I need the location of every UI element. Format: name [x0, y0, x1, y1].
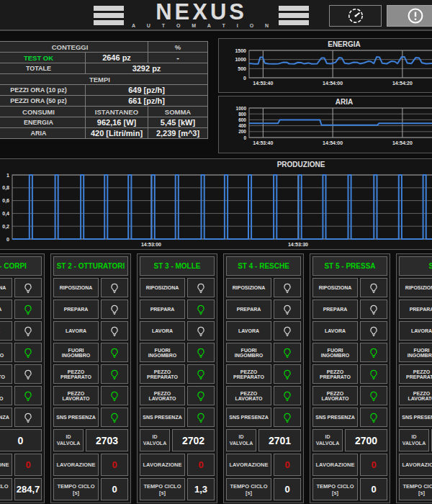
signal-label: SNS PRESENZA — [226, 408, 271, 427]
lavorazione-label: LAVORAZIONE — [53, 454, 99, 476]
bulb-icon — [109, 325, 120, 337]
signal-lamp — [101, 408, 128, 427]
signal-label: PREPARA — [140, 300, 185, 319]
id-valvola-label: ID VALVOLA — [53, 429, 84, 451]
logo-subtitle: A U T O M A T I O N — [129, 23, 274, 28]
signal-lamp — [187, 386, 215, 405]
id-valvola-value: 2701 — [258, 429, 301, 451]
station-title: ST 1 - CORPI — [0, 262, 27, 270]
signal-label: PREPARA — [0, 300, 12, 319]
tempo-ciclo-value: 284,7 — [14, 478, 42, 500]
signal-label: RIPOSIZIONA — [0, 278, 12, 297]
station-title: ST 5 - PRESSA — [324, 262, 375, 270]
bulb-icon — [282, 282, 293, 294]
id-valvola-label: ID VALVOLA — [140, 429, 170, 451]
svg-text:0: 0 — [243, 135, 246, 140]
alert-icon — [406, 6, 425, 25]
lavorazione-value: 0 — [101, 454, 128, 476]
svg-text:0,2: 0,2 — [2, 224, 9, 230]
svg-text:1000: 1000 — [235, 57, 246, 62]
signal-row: PEZZO LAVORATO — [53, 386, 128, 405]
tempo-ciclo-label: TEMPO CICLO [s] — [0, 478, 12, 500]
pezzi-ora-50-value: 661 [pz/h] — [86, 96, 208, 107]
signal-label: FUORI INGOMBRO — [399, 343, 432, 362]
signal-lamp — [101, 386, 128, 405]
istantaneo-header: ISTANTANEO — [86, 107, 148, 117]
bulb-icon — [282, 412, 293, 423]
signal-lamp — [360, 408, 387, 427]
percent-header: % — [148, 42, 208, 53]
signal-lamp — [274, 343, 301, 362]
signal-label: PEZZO LAVORATO — [53, 386, 99, 405]
signal-label: PEZZO PREPARATO — [140, 364, 185, 384]
dashboard-button[interactable] — [329, 5, 382, 27]
svg-text:14:53:00: 14:53:00 — [141, 242, 161, 247]
bulb-icon — [195, 390, 207, 402]
test-ok-value: 2646 pz — [86, 53, 148, 63]
signal-row: FUORI INGOMBRO — [226, 343, 301, 362]
svg-text:800: 800 — [238, 112, 246, 117]
bulb-icon — [109, 304, 120, 315]
alarm-button[interactable] — [387, 5, 432, 27]
signal-lamp — [101, 278, 128, 297]
svg-text:14:54:20: 14:54:20 — [392, 81, 413, 86]
signal-label: FUORI INGOMBRO — [226, 343, 271, 362]
signal-lamp — [14, 408, 42, 427]
bulb-icon — [22, 325, 34, 337]
signal-row: LAVORA — [140, 321, 215, 341]
bulb-icon — [282, 304, 293, 315]
signal-row: SNS PRESENZA — [226, 408, 301, 427]
lavorazione-label: LAVORAZIONE — [140, 454, 185, 476]
signal-lamp — [14, 321, 42, 341]
bulb-icon — [195, 304, 207, 315]
signal-row: FUORI INGOMBRO — [0, 343, 42, 362]
signal-label: PEZZO LAVORATO — [399, 386, 432, 405]
signal-label: LAVORA — [140, 321, 185, 341]
bulb-icon — [22, 282, 34, 294]
signal-row: RIPOSIZIONA — [312, 278, 387, 297]
bulb-icon — [368, 369, 379, 380]
consumi-header: CONSUMI — [0, 107, 86, 117]
signal-label: PREPARA — [226, 300, 271, 319]
station-title: ST 2 - OTTURATORI — [57, 262, 125, 270]
bulb-icon — [195, 412, 207, 423]
station-header: ST 6 — [399, 256, 432, 276]
logo-bars-right-icon — [279, 6, 309, 25]
bulb-icon — [282, 347, 293, 359]
signal-label: LAVORA — [399, 321, 432, 341]
bulb-icon — [368, 304, 379, 315]
counters-table: CONTEGGI % TEST OK 2646 pz - TOTALE 3292… — [0, 41, 208, 139]
signal-label: PEZZO LAVORATO — [312, 386, 358, 405]
bulb-icon — [22, 412, 34, 423]
signal-row: RIPOSIZIONA — [399, 278, 432, 297]
svg-text:1000: 1000 — [236, 106, 247, 111]
signal-label: PEZZO PREPARATO — [399, 364, 432, 384]
station-header: ST 5 - PRESSA — [312, 256, 387, 276]
signal-row: SNS PRESENZA — [399, 408, 432, 427]
bulb-icon — [109, 412, 120, 423]
station-title: ST 6 — [428, 262, 432, 270]
signal-lamp — [14, 300, 42, 319]
logo-text: NEXUS — [156, 3, 247, 22]
signal-label: PEZZO LAVORATO — [0, 386, 12, 405]
lavorazione-value: 0 — [187, 454, 215, 476]
svg-text:0,4: 0,4 — [2, 211, 9, 217]
signal-row: PREPARA — [226, 300, 301, 319]
station-panel: ST 1 - CORPI RIPOSIZIONA PREPARA LAVORA — [0, 253, 45, 503]
signal-label: PEZZO PREPARATO — [312, 364, 358, 384]
signal-label: PREPARA — [399, 300, 432, 319]
station-header: ST 3 - MOLLE — [140, 256, 215, 276]
station-panel: ST 4 - RESCHE RIPOSIZIONA PREPARA LAVORA — [223, 253, 304, 503]
tempo-ciclo-label: TEMPO CICLO [s] — [140, 478, 185, 500]
signal-lamp — [14, 364, 42, 384]
tempo-ciclo-label: TEMPO CICLO [s] — [399, 478, 432, 500]
signal-lamp — [360, 343, 387, 362]
signal-lamp — [14, 343, 42, 362]
svg-text:14:54:20: 14:54:20 — [392, 140, 413, 145]
signal-label: RIPOSIZIONA — [140, 278, 185, 297]
svg-text:0: 0 — [6, 237, 9, 242]
signal-row: PEZZO LAVORATO — [312, 386, 387, 405]
bulb-icon — [282, 369, 293, 380]
bulb-icon — [368, 412, 379, 423]
svg-text:1: 1 — [6, 173, 9, 178]
